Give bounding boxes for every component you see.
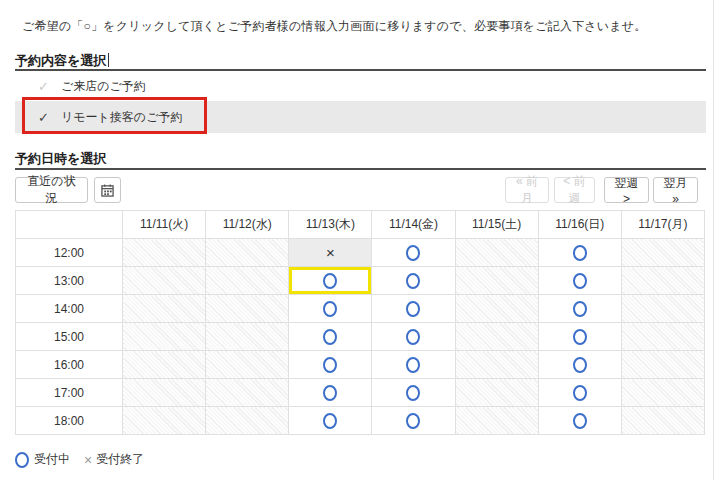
calendar-icon <box>101 184 114 197</box>
slot-unavailable <box>206 351 289 379</box>
slot-unavailable <box>206 239 289 267</box>
legend-open-label: 受付中 <box>34 451 70 468</box>
slot-open[interactable] <box>289 407 372 435</box>
open-circle-icon <box>406 413 420 429</box>
slot-unavailable <box>123 351 206 379</box>
prev-month-button[interactable]: « 前月 <box>505 177 549 203</box>
slot-unavailable <box>455 239 538 267</box>
slot-unavailable <box>621 295 704 323</box>
time-label: 14:00 <box>16 295 123 323</box>
reservation-type-list: ✓ ご来店のご予約 ✓ リモート接客のご予約 <box>15 71 706 133</box>
open-circle-icon <box>323 273 337 289</box>
schedule-row: 16:00 <box>16 351 705 379</box>
open-circle-icon <box>573 413 587 429</box>
slot-unavailable <box>455 323 538 351</box>
slot-closed: × <box>289 239 372 267</box>
schedule-row: 14:00 <box>16 295 705 323</box>
schedule-toolbar: 直近の状況 « 前月 < 前週 翌週 > 翌月 » <box>0 177 720 203</box>
open-circle-icon <box>573 329 587 345</box>
slot-unavailable <box>621 407 704 435</box>
slot-open[interactable] <box>289 379 372 407</box>
content-right-border <box>713 0 714 480</box>
open-circle-icon <box>573 273 587 289</box>
slot-unavailable <box>621 267 704 295</box>
option-label: リモート接客のご予約 <box>61 109 182 126</box>
schedule-row: 13:00 <box>16 267 705 295</box>
day-header: 11/17(月) <box>621 211 704 239</box>
slot-unavailable <box>621 379 704 407</box>
time-label: 17:00 <box>16 379 123 407</box>
slot-open[interactable] <box>372 295 455 323</box>
next-month-button[interactable]: 翌月 » <box>653 177 698 203</box>
slot-open[interactable] <box>538 267 621 295</box>
time-label: 16:00 <box>16 351 123 379</box>
time-label: 12:00 <box>16 239 123 267</box>
slot-open[interactable] <box>538 323 621 351</box>
slot-unavailable <box>455 407 538 435</box>
schedule-legend: 受付中 × 受付終了 <box>15 451 144 468</box>
slot-open[interactable] <box>538 295 621 323</box>
slot-unavailable <box>455 379 538 407</box>
day-header: 11/12(水) <box>206 211 289 239</box>
prev-week-button[interactable]: < 前週 <box>554 177 595 203</box>
option-remote-reservation[interactable]: ✓ リモート接客のご予約 <box>15 101 706 133</box>
slot-open[interactable] <box>372 407 455 435</box>
open-circle-icon <box>406 329 420 345</box>
day-header: 11/14(金) <box>372 211 455 239</box>
slot-open[interactable] <box>372 323 455 351</box>
section-title-reservation-datetime: 予約日時を選択 <box>15 150 106 168</box>
open-circle-icon <box>573 301 587 317</box>
schedule-row: 15:00 <box>16 323 705 351</box>
schedule-row: 18:00 <box>16 407 705 435</box>
open-circle-icon <box>323 385 337 401</box>
slot-unavailable <box>206 267 289 295</box>
schedule-row: 17:00 <box>16 379 705 407</box>
slot-open[interactable] <box>372 267 455 295</box>
schedule-header-row: 11/11(火)11/12(水)11/13(木)11/14(金)11/15(土)… <box>16 211 705 239</box>
day-header: 11/11(火) <box>123 211 206 239</box>
slot-open[interactable] <box>289 351 372 379</box>
slot-open[interactable] <box>372 351 455 379</box>
open-circle-icon <box>406 385 420 401</box>
open-circle-icon <box>406 301 420 317</box>
slot-unavailable <box>621 351 704 379</box>
closed-x-icon: × <box>84 452 92 468</box>
slot-open[interactable] <box>372 379 455 407</box>
slot-open[interactable] <box>538 239 621 267</box>
open-circle-icon <box>323 329 337 345</box>
option-label: ご来店のご予約 <box>61 78 146 95</box>
next-week-button[interactable]: 翌週 > <box>604 177 649 203</box>
open-circle-icon <box>573 385 587 401</box>
slot-open-highlighted[interactable] <box>289 267 372 295</box>
intro-text: ご希望の「○」をクリックして頂くとご予約者様の情報入力画面に移りますので、必要事… <box>22 18 646 35</box>
option-visit-reservation[interactable]: ✓ ご来店のご予約 <box>15 71 706 101</box>
section-divider <box>15 168 706 170</box>
slot-unavailable <box>123 267 206 295</box>
slot-open[interactable] <box>372 239 455 267</box>
open-circle-icon <box>406 245 420 261</box>
open-circle-icon <box>406 357 420 373</box>
section-title-text: 予約日時を選択 <box>15 151 106 166</box>
slot-unavailable <box>621 239 704 267</box>
slot-open[interactable] <box>289 323 372 351</box>
time-label: 13:00 <box>16 267 123 295</box>
section-title-reservation-content: 予約内容を選択 <box>15 52 109 70</box>
slot-unavailable <box>455 295 538 323</box>
slot-open[interactable] <box>289 295 372 323</box>
check-icon: ✓ <box>38 110 54 125</box>
check-icon: ✓ <box>38 79 54 94</box>
recent-status-button[interactable]: 直近の状況 <box>15 177 88 203</box>
open-circle-icon <box>323 301 337 317</box>
open-circle-icon <box>573 245 587 261</box>
slot-open[interactable] <box>538 407 621 435</box>
open-circle-icon <box>15 452 29 468</box>
slot-unavailable <box>455 267 538 295</box>
slot-open[interactable] <box>538 351 621 379</box>
slot-open[interactable] <box>538 379 621 407</box>
calendar-button[interactable] <box>94 177 121 203</box>
open-circle-icon <box>406 273 420 289</box>
open-circle-icon <box>323 357 337 373</box>
open-circle-icon <box>573 357 587 373</box>
slot-unavailable <box>123 407 206 435</box>
legend-closed-label: 受付終了 <box>96 451 144 468</box>
